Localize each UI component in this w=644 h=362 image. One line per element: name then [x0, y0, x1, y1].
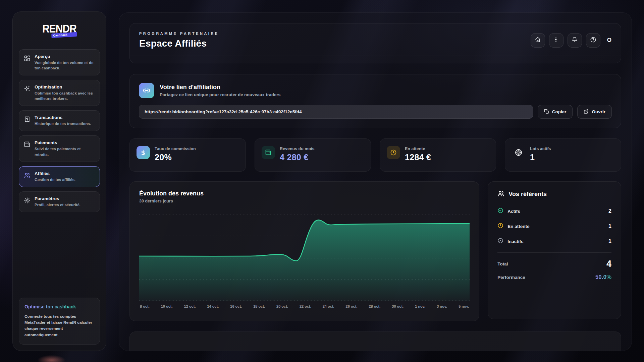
- promo-card: Optimise ton cashback Connecte tous tes …: [19, 298, 100, 345]
- grid-dots-icon: [553, 37, 559, 44]
- chart-row: Évolution des revenus 30 derniers jours: [129, 181, 621, 321]
- link-icon: [139, 83, 154, 98]
- x-tick: 10 oct.: [161, 304, 173, 308]
- open-button-label: Ouvrir: [592, 109, 605, 114]
- stat-value: 1: [530, 153, 551, 162]
- x-tick: 24 oct.: [323, 304, 334, 308]
- sidebar-item-desc: Vue globale de ton volume et de ton cash…: [35, 60, 95, 71]
- stat-label: Taux de commission: [155, 146, 196, 151]
- referent-stat-label: En attente: [507, 224, 529, 229]
- promo-body: Connecte tous tes comptes MetaTrader et …: [24, 313, 94, 338]
- sidebar-item-desc: Optimise ton cashback avec les meilleurs…: [35, 90, 95, 101]
- x-tick: 26 oct.: [346, 304, 358, 308]
- sidebar-item-desc: Profil, alertes et sécurité.: [35, 202, 80, 207]
- referents-list-card: Liste des référents Tous Actifs En atten…: [129, 331, 621, 351]
- affiliate-url-input[interactable]: [139, 105, 533, 119]
- sidebar-item-optimisation[interactable]: Optimisation Optimise ton cashback avec …: [19, 80, 100, 106]
- x-tick: 16 oct.: [230, 304, 242, 308]
- page-title: Espace Affiliés: [139, 38, 219, 49]
- copy-button-label: Copier: [552, 109, 567, 114]
- referents-performance-row: Performance 50.0%: [497, 274, 611, 281]
- referent-stat-value: 2: [608, 208, 611, 214]
- sidebar-item-paiements[interactable]: Paiements Suivi de tes paiements et retr…: [19, 135, 100, 162]
- gear-icon: [24, 197, 31, 205]
- referent-stat-value: 1: [608, 238, 611, 244]
- referent-stat-label: Inactifs: [507, 239, 523, 244]
- stat-card-attente: En attente 1284 €: [380, 138, 496, 172]
- x-tick: 8 oct.: [140, 304, 150, 308]
- sidebar-item-affilies[interactable]: Affiliés Gestion de tes affiliés.: [19, 166, 100, 187]
- referents-panel-title: Vos référents: [508, 191, 547, 198]
- total-value: 4: [606, 259, 611, 269]
- divider: [497, 252, 611, 253]
- external-link-icon: [584, 109, 589, 115]
- sidebar-item-label: Paiements: [35, 140, 95, 145]
- sidebar-item-desc: Historique de tes transactions.: [35, 121, 91, 126]
- affiliate-link-panel: Votre lien d'affiliation Partagez ce lie…: [129, 74, 621, 128]
- sidebar-item-parametres[interactable]: Paramètres Profil, alertes et sécurité.: [19, 191, 100, 212]
- home-button[interactable]: [531, 33, 545, 48]
- performance-value: 50.0%: [595, 274, 611, 281]
- users-icon: [24, 172, 31, 180]
- referent-stat-value: 1: [608, 223, 611, 229]
- notifications-button[interactable]: [568, 33, 582, 48]
- target-icon: [512, 146, 525, 159]
- sidebar: RENDR Cashback Aperçu Vue globale de ton…: [12, 11, 106, 351]
- affiliate-link-title: Votre lien d'affiliation: [160, 84, 281, 91]
- referent-stat-actifs: Actifs 2: [497, 207, 611, 215]
- x-tick: 22 oct.: [300, 304, 311, 308]
- stat-card-commission: Taux de commission 20%: [129, 138, 246, 172]
- x-tick: 3 nov.: [437, 304, 447, 308]
- stat-label: En attente: [405, 146, 431, 151]
- brand-logo: RENDR Cashback: [19, 23, 100, 35]
- open-button[interactable]: Ouvrir: [577, 105, 612, 119]
- chart-title: Évolution des revenus: [139, 190, 470, 197]
- x-circle-icon: [497, 238, 503, 245]
- stat-value: 20%: [155, 153, 196, 162]
- clock-icon: [387, 146, 400, 159]
- wallet-icon: [24, 141, 31, 149]
- chart-svg: [139, 212, 470, 301]
- stats-row: Taux de commission 20% Revenus du mois 4…: [129, 138, 621, 172]
- header-eyebrow: PROGRAMME PARTENAIRE: [139, 32, 219, 36]
- sidebar-item-label: Affiliés: [35, 171, 75, 176]
- x-tick: 14 oct.: [207, 304, 219, 308]
- dashboard-icon: [24, 55, 31, 63]
- x-tick: 1 nov.: [415, 304, 425, 308]
- help-button[interactable]: [586, 33, 600, 48]
- chart-area-fill: [139, 220, 470, 301]
- x-tick: 30 oct.: [392, 304, 404, 308]
- referent-stat-inactifs: Inactifs 1: [497, 238, 611, 245]
- home-icon: [535, 37, 541, 44]
- stat-value: 1284 €: [405, 153, 431, 162]
- stat-card-revenus: Revenus du mois 4 280 €: [255, 138, 371, 172]
- dollar-icon: [137, 146, 150, 159]
- copy-icon: [544, 109, 549, 115]
- sidebar-item-label: Transactions: [35, 115, 91, 120]
- referent-stat-label: Actifs: [507, 209, 520, 214]
- sidebar-item-label: Aperçu: [35, 54, 95, 59]
- total-label: Total: [497, 261, 508, 266]
- referents-panel: Vos référents Actifs 2 En attente 1: [488, 181, 621, 319]
- copy-button[interactable]: Copier: [538, 105, 573, 119]
- main-panel: PROGRAMME PARTENAIRE Espace Affiliés: [119, 12, 632, 351]
- check-circle-icon: [497, 207, 503, 215]
- apps-button[interactable]: [549, 33, 564, 48]
- avatar[interactable]: O: [607, 37, 611, 44]
- sidebar-item-apercu[interactable]: Aperçu Vue globale de ton volume et de t…: [19, 49, 100, 75]
- chart-x-axis: 8 oct. 10 oct. 12 oct. 14 oct. 16 oct. 1…: [139, 304, 470, 308]
- page-header: PROGRAMME PARTENAIRE Espace Affiliés: [129, 23, 621, 63]
- stat-card-lots: Lots actifs 1: [505, 138, 621, 172]
- header-divider: [130, 56, 621, 63]
- clock-icon: [497, 223, 503, 230]
- chart-subtitle: 30 derniers jours: [139, 199, 470, 203]
- x-tick: 18 oct.: [253, 304, 265, 308]
- x-tick: 20 oct.: [276, 304, 288, 308]
- x-tick: 5 nov.: [459, 304, 469, 308]
- receipt-icon: [24, 116, 31, 124]
- revenue-chart-card: Évolution des revenus 30 derniers jours: [129, 181, 479, 321]
- x-tick: 12 oct.: [184, 304, 196, 308]
- sidebar-item-transactions[interactable]: Transactions Historique de tes transacti…: [19, 110, 100, 131]
- stat-label: Revenus du mois: [280, 146, 315, 151]
- performance-label: Performance: [497, 275, 525, 280]
